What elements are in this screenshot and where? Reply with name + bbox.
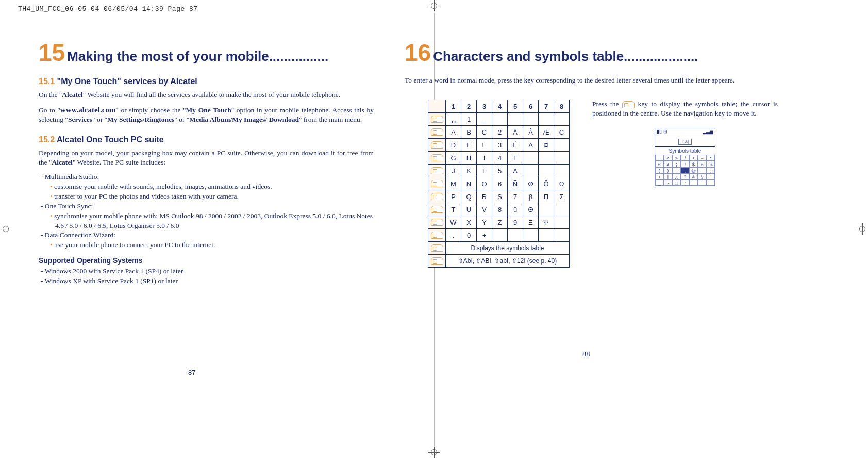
symbol-cell: | (664, 173, 673, 179)
print-header: TH4_UM_FCC_06-05-04 06/05/04 14:39 Page … (18, 5, 198, 13)
list-item: - Windows 2000 with Service Pack 4 (SP4)… (41, 267, 374, 276)
symbol-cell: ~ (664, 179, 673, 186)
symbol-cell (698, 179, 707, 186)
side-text: Press the key to display the symbols tab… (592, 100, 778, 118)
symbol-cell: ¥ (664, 161, 673, 167)
key-5-icon (431, 167, 443, 174)
symbol-cell: □ (672, 179, 681, 186)
list-item: - Data Connection Wizard: (41, 231, 374, 240)
symbol-cell: ( (655, 167, 664, 173)
symbol-cell: _ (655, 179, 664, 186)
symbol-cell: ; (706, 167, 715, 173)
input-row: ⇧&| (655, 135, 715, 147)
symbol-cell: ¡ (672, 161, 681, 167)
paragraph: Go to "www.alcatel.com" or simply choose… (39, 105, 374, 124)
symbol-cell: £ (698, 161, 707, 167)
symbol-cell: € (655, 161, 664, 167)
chapter-heading: 16 Characters and symbols table.........… (405, 39, 765, 67)
symbol-cell: ! (681, 161, 690, 167)
characters-table: 12345678␣1_ABC2ÄÅÆÇDEF3ÉΔΦGHI4ΓJKL5ΛMNO6… (428, 100, 570, 268)
symbol-cell (689, 179, 698, 186)
key-hash-icon (431, 257, 443, 265)
chapter-title: Characters and symbols table............… (433, 48, 698, 64)
list-item: - One Touch Sync: (41, 202, 374, 211)
symbols-grid: =<>/+−*€¥¡!$£%().,@:;\|¿?&§"_~□' (655, 155, 715, 186)
page-88: 16 Characters and symbols table.........… (405, 39, 765, 268)
section-title: "My One Touch" services by Alcatel (57, 77, 197, 86)
symbols-column: Press the key to display the symbols tab… (592, 100, 778, 186)
symbol-cell: : (698, 167, 707, 173)
symbol-cell: , (681, 167, 690, 173)
section-number: 15.2 (39, 135, 55, 144)
page-87: 15 Making the most of your mobile.......… (39, 39, 374, 286)
status-bar: ▮▯ ⊞ ▂▃▅ (655, 128, 715, 135)
page-number: 88 (582, 350, 590, 358)
crop-mark-right (857, 223, 868, 237)
list-subitem: • transfer to your PC the photos and vid… (41, 192, 374, 202)
list-subitem: • synchronise your mobile phone with: MS… (41, 211, 374, 231)
signal-icon: ▂▃▅ (703, 129, 713, 134)
section-number: 15.1 (39, 77, 55, 86)
page-number: 87 (188, 369, 195, 376)
chapter-number: 16 (405, 39, 431, 66)
symbol-cell: ' (681, 179, 690, 186)
symbol-cell: ¿ (672, 173, 681, 179)
crop-mark-left (0, 223, 11, 237)
symbol-cell: * (706, 155, 715, 161)
key-9-icon (431, 219, 443, 226)
chapter-heading: 15 Making the most of your mobile.......… (39, 39, 374, 67)
key-1-icon (431, 116, 443, 123)
symbol-cell: § (698, 173, 707, 179)
chapter-number: 15 (39, 39, 65, 66)
os-heading: Supported Operating Systems (39, 256, 374, 265)
list-subitem: • customise your mobile with sounds, mel… (41, 182, 374, 192)
section-15-2-head: 15.2 Alcatel One Touch PC suite (39, 135, 374, 144)
symbol-cell: ? (681, 173, 690, 179)
crop-mark-bottom (428, 447, 440, 460)
crop-mark-top (428, 0, 440, 13)
battery-icon: ▮▯ ⊞ (657, 129, 667, 134)
list-item: - Multimedia Studio: (41, 172, 374, 182)
symbol-cell: = (655, 155, 664, 161)
key-6-icon (431, 180, 443, 187)
symbol-cell: & (689, 173, 698, 179)
intro-text: To enter a word in normal mode, press th… (405, 76, 765, 85)
key-8-icon (431, 206, 443, 213)
symbol-cell: % (706, 161, 715, 167)
symbol-cell: $ (689, 161, 698, 167)
symbol-cell: / (681, 155, 690, 161)
key-3-icon (431, 141, 443, 149)
section-15-1-head: 15.1 "My One Touch" services by Alcatel (39, 77, 374, 86)
symbol-cell: \ (655, 173, 664, 179)
symbol-cell (706, 179, 715, 186)
symbol-cell: + (689, 155, 698, 161)
star-key-icon (622, 101, 635, 108)
paragraph: Depending on your model, your packaging … (39, 149, 374, 167)
list-subitem: • use your mobile phone to connect your … (41, 240, 374, 250)
phone-screen-mock: ▮▯ ⊞ ▂▃▅ ⇧&| Symbols table =<>/+−*€¥¡!$£… (655, 128, 715, 186)
symbol-cell: @ (689, 167, 698, 173)
paragraph: On the "Alcatel" Website you will find a… (39, 90, 374, 100)
feature-list: - Multimedia Studio: • customise your mo… (39, 172, 374, 250)
symbol-cell: . (672, 167, 681, 173)
symbol-cell: − (698, 155, 707, 161)
key-4-icon (431, 154, 443, 161)
symbol-cell: " (706, 173, 715, 179)
screen-title: Symbols table (655, 147, 715, 155)
section-title: Alcatel One Touch PC suite (57, 135, 164, 144)
input-box: ⇧&| (678, 139, 692, 145)
key-2-icon (431, 128, 443, 136)
list-item: - Windows XP with Service Pack 1 (SP1) o… (41, 276, 374, 286)
os-list: - Windows 2000 with Service Pack 4 (SP4)… (39, 267, 374, 286)
symbol-cell: ) (664, 167, 673, 173)
key-0-icon (431, 232, 443, 239)
symbol-cell: < (664, 155, 673, 161)
key-star-icon (431, 244, 443, 252)
key-7-icon (431, 193, 443, 200)
chapter-title: Making the most of your mobile..........… (67, 48, 328, 64)
symbol-cell: > (672, 155, 681, 161)
